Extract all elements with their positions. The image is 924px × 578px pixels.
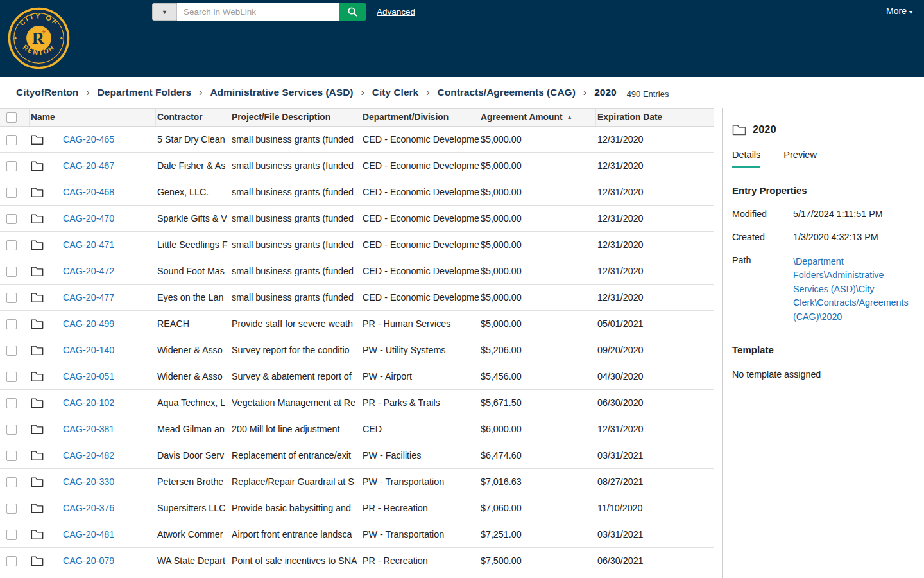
department-cell: PW - Transportation (361, 477, 479, 487)
table-row[interactable]: CAG-20-467 Dale Fisher & As small busine… (0, 153, 714, 179)
table-row[interactable]: CAG-20-482 Davis Door Serv Replacement o… (0, 442, 714, 469)
row-checkbox[interactable] (6, 319, 17, 329)
modified-value: 5/17/2024 1:11:51 PM (793, 209, 912, 219)
entry-link[interactable]: CAG-20-376 (63, 503, 114, 513)
table-row[interactable]: CAG-20-102 Aqua Technex, L Vegetation Ma… (0, 390, 714, 416)
entry-link[interactable]: CAG-20-330 (63, 477, 114, 487)
department-cell: PR - Recreation (361, 556, 479, 566)
row-checkbox[interactable] (6, 161, 17, 171)
table-row[interactable]: CAG-20-471 Little Seedlings F small busi… (0, 232, 714, 258)
col-contractor[interactable]: Contractor (156, 109, 230, 126)
expiration-cell: 04/30/2020 (596, 371, 714, 381)
row-checkbox[interactable] (6, 372, 17, 382)
folder-icon (31, 266, 44, 277)
contractor-cell: Widener & Asso (156, 371, 230, 381)
advanced-search-link[interactable]: Advanced (377, 7, 415, 17)
entry-link[interactable]: CAG-20-472 (63, 266, 114, 276)
table-row[interactable]: CAG-20-465 5 Star Dry Clean small busine… (0, 127, 714, 153)
contractor-cell: Petersen Brothe (156, 477, 230, 487)
svg-text:✦: ✦ (60, 35, 64, 41)
table-row[interactable]: CAG-20-051 Widener & Asso Survey & abate… (0, 363, 714, 390)
row-checkbox[interactable] (6, 477, 17, 487)
entry-link[interactable]: CAG-20-471 (63, 240, 114, 250)
description-cell: small business grants (funded (230, 240, 361, 250)
department-cell: CED - Economic Developme (361, 187, 479, 197)
amount-cell: $5,000.00 (479, 240, 596, 250)
row-checkbox[interactable] (6, 188, 17, 198)
department-cell: PW - Airport (361, 371, 479, 381)
path-link[interactable]: \Department Folders\Administrative Servi… (793, 255, 912, 324)
table-row[interactable]: CAG-20-470 Sparkle Gifts & V small busin… (0, 206, 714, 232)
col-agreement-amount[interactable]: Agreement Amount ▲ (479, 109, 596, 126)
table-row[interactable]: CAG-20-477 Eyes on the Lan small busines… (0, 285, 714, 311)
contractor-cell: Aqua Technex, L (156, 398, 230, 408)
row-checkbox[interactable] (6, 346, 17, 356)
col-project-description[interactable]: Project/File Description (230, 109, 361, 126)
table-row[interactable]: CAG-20-330 Petersen Brothe Replace/Repai… (0, 469, 714, 495)
breadcrumb-item[interactable]: Administrative Services (ASD) (210, 87, 353, 98)
sort-ascending-icon: ▲ (567, 114, 572, 120)
row-checkbox[interactable] (6, 135, 17, 145)
col-name[interactable]: Name (30, 109, 156, 126)
select-all-checkbox[interactable] (6, 112, 17, 123)
entry-link[interactable]: CAG-20-481 (63, 529, 114, 539)
row-checkbox[interactable] (6, 530, 17, 540)
svg-text:✈: ✈ (41, 29, 46, 35)
contractor-cell: Atwork Commer (156, 529, 230, 539)
caret-down-icon: ▾ (909, 8, 912, 15)
row-checkbox[interactable] (6, 293, 17, 303)
description-cell: Provide staff for severe weath (230, 319, 361, 329)
path-label: Path (732, 255, 793, 324)
entry-link[interactable]: CAG-20-079 (63, 556, 114, 566)
entry-link[interactable]: CAG-20-482 (63, 450, 114, 460)
table-row[interactable]: CAG-20-481 Atwork Commer Airport front e… (0, 521, 714, 548)
entry-link[interactable]: CAG-20-140 (63, 345, 114, 355)
table-row[interactable]: CAG-20-499 REACH Provide staff for sever… (0, 311, 714, 337)
property-created: Created 1/3/2020 4:32:13 PM (732, 232, 912, 242)
expiration-cell: 08/27/2021 (596, 477, 714, 487)
department-cell: PR - Parks & Trails (361, 398, 479, 408)
tab-preview[interactable]: Preview (783, 150, 817, 168)
table-row[interactable]: CAG-20-472 Sound Foot Mas small business… (0, 258, 714, 285)
row-checkbox[interactable] (6, 556, 17, 566)
search-button[interactable] (339, 3, 366, 21)
breadcrumb-item[interactable]: Department Folders (98, 87, 191, 98)
table-row[interactable]: CAG-20-140 Widener & Asso Survey report … (0, 337, 714, 363)
entry-link[interactable]: CAG-20-467 (63, 161, 114, 171)
amount-cell: $5,000.00 (479, 161, 596, 171)
department-cell: PW - Utility Systems (361, 345, 479, 355)
row-checkbox[interactable] (6, 504, 17, 514)
breadcrumb-item[interactable]: City Clerk (372, 87, 418, 98)
template-value: No template assigned (732, 369, 912, 380)
entry-link[interactable]: CAG-20-470 (63, 213, 114, 223)
breadcrumb-item[interactable]: Contracts/Agreements (CAG) (438, 87, 576, 98)
table-row[interactable]: CAG-20-079 WA State Depart Point of sale… (0, 548, 714, 574)
entry-link[interactable]: CAG-20-468 (63, 187, 114, 197)
entry-link[interactable]: CAG-20-381 (63, 424, 114, 434)
col-department-division[interactable]: Department/Division (361, 109, 479, 126)
search-scope-dropdown[interactable]: ▼ (152, 3, 177, 21)
entry-link[interactable]: CAG-20-102 (63, 398, 114, 408)
search-input[interactable] (177, 3, 339, 21)
row-checkbox[interactable] (6, 425, 17, 435)
row-checkbox[interactable] (6, 398, 17, 408)
table-row[interactable]: CAG-20-468 Genex, LLC. small business gr… (0, 179, 714, 206)
amount-cell: $7,251.00 (479, 529, 596, 539)
table-row[interactable]: CAG-20-376 Supersitters LLC Provide basi… (0, 495, 714, 521)
row-checkbox[interactable] (6, 451, 17, 461)
entry-link[interactable]: CAG-20-465 (63, 134, 114, 144)
breadcrumb-item[interactable]: CityofRenton (16, 87, 78, 98)
more-menu[interactable]: More▾ (886, 6, 912, 16)
entry-link[interactable]: CAG-20-499 (63, 319, 114, 329)
entry-listing: Name Contractor Project/File Description… (0, 108, 714, 578)
row-checkbox[interactable] (6, 214, 17, 224)
entry-link[interactable]: CAG-20-477 (63, 292, 114, 302)
table-row[interactable]: CAG-20-381 Mead Gilman an 200 Mill lot l… (0, 416, 714, 442)
tab-details[interactable]: Details (732, 150, 760, 168)
table-body: CAG-20-465 5 Star Dry Clean small busine… (0, 127, 714, 574)
breadcrumb-item[interactable]: 2020 (594, 87, 616, 98)
col-expiration-date[interactable]: Expiration Date (596, 109, 714, 126)
row-checkbox[interactable] (6, 267, 17, 277)
entry-link[interactable]: CAG-20-051 (63, 371, 114, 381)
row-checkbox[interactable] (6, 240, 17, 250)
